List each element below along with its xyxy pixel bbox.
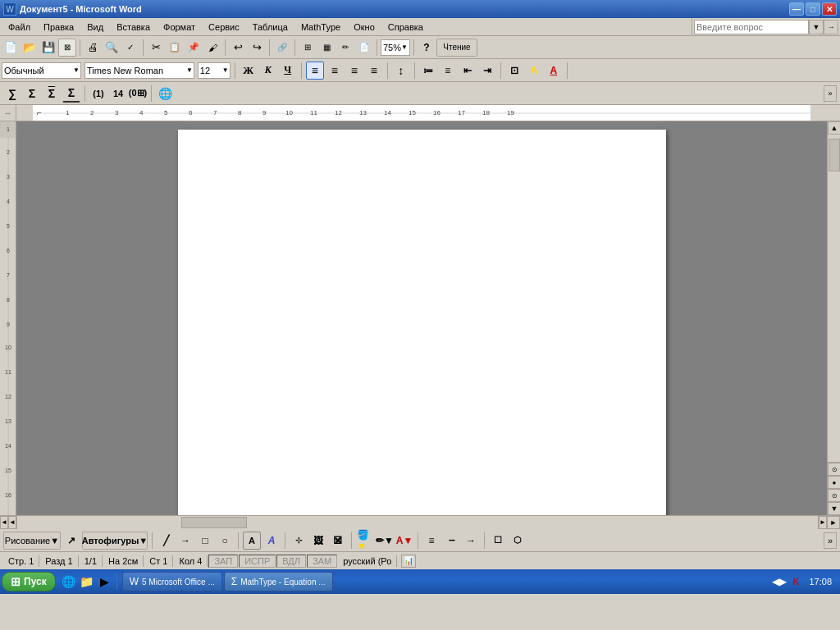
textbox-tool[interactable]: A — [243, 532, 261, 550]
outside-border-button[interactable]: ⊡ — [505, 62, 523, 80]
oval-tool[interactable]: ○ — [216, 532, 234, 550]
ql-ie-icon[interactable]: 🌐 — [61, 573, 77, 590]
select-objects-btn[interactable]: ↗ — [62, 532, 80, 550]
auto-shapes-btn[interactable]: Автофигуры▼ — [82, 532, 148, 550]
ql-folder-icon[interactable]: 📁 — [79, 573, 95, 590]
help-search-btn[interactable]: → — [824, 20, 838, 34]
rect-tool[interactable]: □ — [196, 532, 214, 550]
scroll-down-button[interactable]: ▼ — [828, 502, 840, 515]
menu-mathtype[interactable]: MathType — [294, 21, 347, 34]
dash-style-btn[interactable]: ╌ — [442, 532, 460, 550]
italic-button[interactable]: К — [259, 62, 277, 80]
help-arrow-btn[interactable]: ▼ — [809, 20, 824, 34]
math-sum3-btn[interactable]: Σ — [43, 84, 61, 103]
image-tool[interactable]: 🗷 — [329, 532, 347, 550]
doc-map-button[interactable]: 📄 — [355, 39, 373, 57]
highlight-button[interactable]: A — [525, 62, 543, 80]
math-num-btn[interactable]: 14 — [109, 84, 127, 103]
spell-check-button[interactable]: ✓ — [121, 39, 139, 57]
zoom-arrow[interactable]: ▼ — [401, 43, 408, 51]
print-button[interactable]: 🖨 — [84, 39, 102, 57]
scroll-up-button[interactable]: ▲ — [828, 121, 840, 135]
drawing-button[interactable]: ✏ — [336, 39, 354, 57]
scroll-object[interactable]: ● — [828, 476, 840, 489]
line-tool[interactable]: ╱ — [157, 532, 175, 550]
line-color-btn[interactable]: ✏▼ — [376, 532, 394, 550]
permissions-button[interactable]: ⊠ — [58, 39, 76, 57]
start-button[interactable]: ⊞ Пуск — [2, 572, 56, 591]
read-mode-button[interactable]: Чтение — [436, 39, 477, 57]
underline-button[interactable]: Ч — [279, 62, 297, 80]
menu-file[interactable]: Файл — [2, 21, 37, 34]
h-scroll-left1[interactable]: ◄ — [0, 516, 8, 529]
h-scroll-left2[interactable]: ◄ — [8, 516, 16, 529]
hyperlink-button[interactable]: 🔗 — [273, 39, 291, 57]
diagram-tool[interactable]: ⊹ — [290, 532, 308, 550]
drawing-toolbar-expand[interactable]: » — [824, 532, 837, 549]
line-spacing-button[interactable]: ↕ — [392, 62, 410, 80]
scroll-thumb[interactable] — [829, 139, 840, 171]
menu-table[interactable]: Таблица — [246, 21, 294, 34]
menu-window[interactable]: Окно — [347, 21, 381, 34]
indent-dec-button[interactable]: ⇤ — [459, 62, 477, 80]
undo-button[interactable]: ↩ — [229, 39, 247, 57]
help-button[interactable]: ? — [418, 39, 436, 57]
font-arrow[interactable]: ▼ — [185, 66, 194, 74]
align-right-button[interactable]: ≡ — [345, 62, 363, 80]
redo-button[interactable]: ↪ — [248, 39, 266, 57]
h-scroll-right1[interactable]: ► — [819, 516, 827, 529]
tab-stop-indicator[interactable]: ⌐ — [34, 107, 44, 118]
arrow-tool[interactable]: → — [176, 532, 194, 550]
math-sum2-btn[interactable]: Σ — [23, 84, 41, 103]
scroll-next-page[interactable]: ⊙ — [828, 489, 840, 502]
new-button[interactable]: 📄 — [2, 39, 20, 57]
font-color-button[interactable]: A — [545, 62, 563, 80]
menu-insert[interactable]: Вставка — [110, 21, 157, 34]
close-button[interactable]: ✕ — [822, 2, 837, 16]
copy-button[interactable]: 📋 — [166, 39, 184, 57]
math-sum-btn[interactable]: ∑ — [3, 84, 21, 103]
document-page[interactable] — [178, 130, 666, 515]
taskbar-word-btn[interactable]: W 5 Microsoft Office ... — [122, 572, 222, 591]
open-button[interactable]: 📂 — [21, 39, 39, 57]
line-style-btn[interactable]: ≡ — [422, 532, 441, 550]
align-center-button[interactable]: ≡ — [326, 62, 344, 80]
menu-view[interactable]: Вид — [80, 21, 110, 34]
draw-menu-btn[interactable]: Рисование▼ — [3, 532, 61, 550]
align-justify-button[interactable]: ≡ — [365, 62, 383, 80]
math-globe-btn[interactable]: 🌐 — [156, 84, 174, 103]
cut-button[interactable]: ✂ — [147, 39, 165, 57]
size-arrow[interactable]: ▼ — [221, 66, 230, 74]
columns-button[interactable]: ▦ — [317, 39, 336, 57]
menu-tools[interactable]: Сервис — [202, 21, 246, 34]
help-input[interactable] — [694, 20, 809, 34]
math-special-btn[interactable]: (0⊞) — [129, 84, 147, 103]
style-arrow[interactable]: ▼ — [72, 66, 80, 74]
print-preview-button[interactable]: 🔍 — [103, 39, 121, 57]
align-left-button[interactable]: ≡ — [306, 62, 324, 80]
bull-list-button[interactable]: ≡ — [439, 62, 457, 80]
save-button[interactable]: 💾 — [39, 39, 57, 57]
ql-media-icon[interactable]: ▶ — [97, 573, 113, 590]
menu-format[interactable]: Формат — [157, 21, 202, 34]
font-color-btn2[interactable]: A▼ — [395, 532, 413, 550]
shadow-btn[interactable]: ☐ — [489, 532, 507, 550]
menu-edit[interactable]: Правка — [37, 21, 80, 34]
math-sum4-btn[interactable]: Σ — [62, 84, 80, 103]
format-painter-button[interactable]: 🖌 — [203, 39, 221, 57]
maximize-button[interactable]: □ — [806, 2, 820, 16]
math-parens-btn[interactable]: (1) — [89, 84, 107, 103]
arrow-style-btn[interactable]: → — [462, 532, 480, 550]
indent-inc-button[interactable]: ⇥ — [478, 62, 496, 80]
h-scroll-right-button[interactable]: ► — [827, 516, 840, 529]
table-button[interactable]: ⊞ — [299, 39, 317, 57]
h-scroll-thumb[interactable] — [181, 517, 247, 528]
taskbar-mathtype-btn[interactable]: Σ MathType - Equation ... — [224, 572, 333, 591]
3d-btn[interactable]: ⬡ — [509, 532, 527, 550]
scroll-prev-page[interactable]: ⊙ — [828, 463, 840, 476]
num-list-button[interactable]: ≔ — [419, 62, 437, 80]
paste-button[interactable]: 📌 — [185, 39, 203, 57]
menu-help[interactable]: Справка — [381, 21, 430, 34]
fill-color-btn[interactable]: 🪣▼ — [356, 532, 374, 550]
wordart-tool[interactable]: A — [262, 532, 281, 550]
